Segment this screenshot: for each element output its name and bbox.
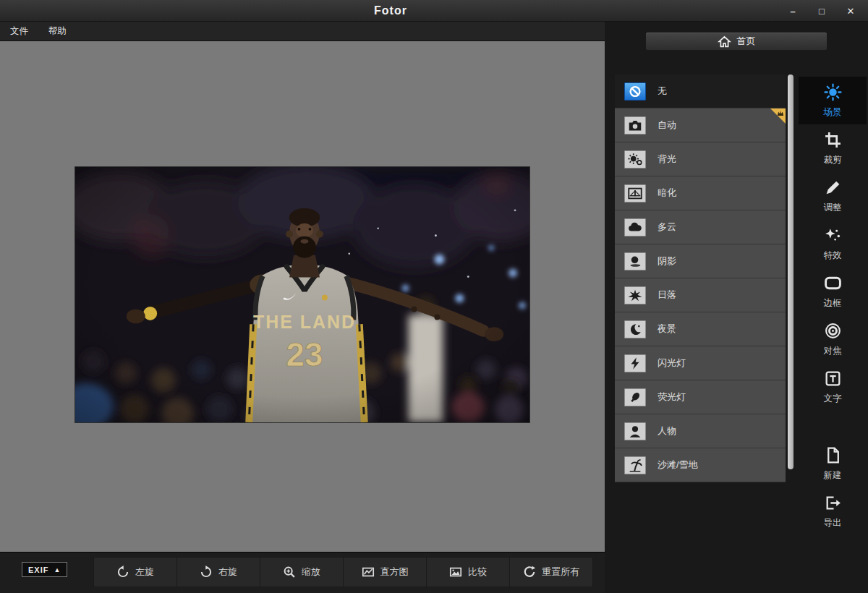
menu-help[interactable]: 帮助 <box>38 22 77 41</box>
file-action-label: 导出 <box>824 517 842 529</box>
pro-badge-icon <box>770 108 786 124</box>
tool-label: 比较 <box>468 566 487 579</box>
tool-label: 缩放 <box>302 566 320 579</box>
scene-filter-label: 背光 <box>658 153 676 166</box>
scene-filter-icon <box>624 320 646 338</box>
scene-filter-label: 闪光灯 <box>658 357 686 370</box>
tool-label: 直方图 <box>380 566 409 579</box>
scene-filter-item-none[interactable]: 无 <box>615 74 786 108</box>
canvas-tool-strip: 左旋 右旋 缩放 直方图 比较 <box>93 557 593 587</box>
sidebar-tool-icon <box>824 83 842 101</box>
sidebar-tool-crop[interactable]: 裁剪 <box>799 124 867 172</box>
scene-filter-icon <box>624 354 646 372</box>
canvas-tool-button-zoomin[interactable]: 缩放 <box>260 558 343 586</box>
file-actions: 新建 导出 <box>799 440 867 535</box>
tool-label: 右旋 <box>218 566 237 579</box>
tool-label: 重置所有 <box>542 566 579 579</box>
bottom-toolbar: EXIF ▲ 左旋 右旋 缩放 <box>0 552 605 593</box>
tool-icon <box>283 566 296 579</box>
photo-illustration: THE LAND 23 <box>75 167 529 422</box>
scene-filter-list: 无 自动 背光 <box>615 74 786 482</box>
scene-filter-label: 沙滩/雪地 <box>658 458 698 472</box>
sidebar-tool-label: 场景 <box>824 106 842 119</box>
scene-filter-item-fluorescent[interactable]: 荧光灯 <box>615 380 786 414</box>
fotor-window: Fotor – □ ✕ 文件 帮助 <box>0 0 868 593</box>
sidebar-tool-sun[interactable]: 场景 <box>799 77 867 124</box>
close-button[interactable]: ✕ <box>843 6 858 17</box>
canvas-tool-button-rotl[interactable]: 左旋 <box>93 558 176 586</box>
sidebar-tool-wand[interactable]: 特效 <box>799 220 867 268</box>
sidebar-tool-icon <box>824 131 842 149</box>
exif-label: EXIF <box>28 566 48 574</box>
scene-filter-icon <box>624 388 646 406</box>
maximize-button[interactable]: □ <box>814 6 829 17</box>
tool-label: 左旋 <box>135 566 154 579</box>
scene-filter-label: 暗化 <box>658 187 676 200</box>
file-action-icon <box>824 446 842 464</box>
scene-filter-icon <box>624 184 646 202</box>
scene-filter-item-beach[interactable]: 沙滩/雪地 <box>615 448 786 482</box>
tool-sidebar: 场景 裁剪 调整 特效 边框 <box>799 77 867 411</box>
scene-filter-item-backlight[interactable]: 背光 <box>615 142 786 176</box>
file-action-icon <box>824 494 842 512</box>
sidebar-tool-label: 特效 <box>824 249 842 262</box>
sidebar-tool-label: 裁剪 <box>824 154 842 166</box>
sidebar-tool-label: 对焦 <box>824 345 842 357</box>
scene-filter-icon <box>624 218 646 236</box>
sidebar-tool-focus[interactable]: 对焦 <box>799 315 867 363</box>
sidebar-tool-pencil[interactable]: 调整 <box>799 172 867 220</box>
tool-icon <box>116 566 129 579</box>
canvas-tool-button-rotr[interactable]: 右旋 <box>176 558 260 586</box>
home-button[interactable]: 首页 <box>645 32 827 51</box>
canvas-tool-button-compare[interactable]: 比较 <box>426 558 509 586</box>
file-action-newdoc[interactable]: 新建 <box>799 440 867 487</box>
scene-filter-icon <box>624 252 646 270</box>
scene-filter-item-sunset[interactable]: 日落 <box>615 278 786 312</box>
scene-filter-item-camera[interactable]: 自动 <box>615 108 786 142</box>
tool-icon <box>449 566 462 579</box>
sidebar-tool-icon <box>824 322 842 340</box>
scene-filter-label: 夜景 <box>658 323 676 336</box>
file-action-label: 新建 <box>824 469 842 482</box>
window-controls: – □ ✕ <box>786 0 858 22</box>
scene-filter-label: 日落 <box>658 289 676 302</box>
editor-canvas: THE LAND 23 <box>0 41 605 552</box>
scene-filter-item-shadow[interactable]: 阴影 <box>615 244 786 278</box>
scene-filter-item-cloud[interactable]: 多云 <box>615 210 786 244</box>
scene-filter-item-dim[interactable]: 暗化 <box>615 176 786 210</box>
scene-filter-label: 阴影 <box>658 255 676 268</box>
sidebar-tool-icon <box>824 226 842 244</box>
sidebar-tool-label: 调整 <box>824 202 842 214</box>
scene-filter-label: 荧光灯 <box>658 391 686 404</box>
sidebar-tool-icon <box>824 370 842 388</box>
sidebar-tool-frame[interactable]: 边框 <box>799 268 867 315</box>
tool-icon <box>362 566 375 579</box>
scene-filter-icon <box>624 116 646 135</box>
scene-filter-icon <box>624 422 646 440</box>
minimize-button[interactable]: – <box>786 6 800 17</box>
tool-icon <box>523 566 536 579</box>
sidebar-tool-text[interactable]: 文字 <box>799 363 867 411</box>
scene-filter-item-flash[interactable]: 闪光灯 <box>615 346 786 380</box>
sidebar-tool-icon <box>824 274 842 292</box>
right-panel: 首页 无 自动 <box>605 22 868 593</box>
scene-filter-label: 人物 <box>658 425 676 438</box>
exif-collapse-icon: ▲ <box>54 566 61 573</box>
sidebar-tool-label: 文字 <box>824 393 842 405</box>
tool-icon <box>200 566 213 579</box>
scene-filter-label: 多云 <box>658 221 676 234</box>
exif-button[interactable]: EXIF ▲ <box>22 562 67 577</box>
scrollbar-thumb[interactable] <box>788 74 793 469</box>
scene-filter-icon <box>624 150 646 168</box>
scene-filter-item-portrait[interactable]: 人物 <box>615 414 786 448</box>
file-action-export[interactable]: 导出 <box>799 487 867 535</box>
scene-filter-icon <box>624 82 646 101</box>
scene-filter-item-night[interactable]: 夜景 <box>615 312 786 346</box>
canvas-tool-button-hist[interactable]: 直方图 <box>343 558 426 586</box>
app-title: Fotor <box>0 0 781 22</box>
scene-filter-label: 自动 <box>658 119 676 132</box>
sidebar-tool-icon <box>824 179 842 197</box>
home-icon <box>718 35 731 48</box>
menu-file[interactable]: 文件 <box>0 22 38 41</box>
canvas-tool-button-reset[interactable]: 重置所有 <box>509 558 592 586</box>
